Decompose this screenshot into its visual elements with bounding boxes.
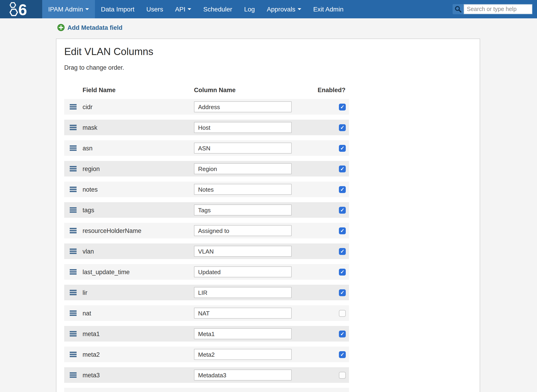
- nav-item-exit-admin[interactable]: Exit Admin: [307, 0, 350, 18]
- column-name-input[interactable]: [194, 184, 292, 195]
- enabled-cell: [292, 124, 349, 131]
- vlan-column-row: [64, 388, 349, 392]
- enabled-checkbox[interactable]: [339, 186, 346, 193]
- enabled-cell: [292, 186, 349, 193]
- drag-handle-icon[interactable]: [70, 228, 77, 229]
- column-name-cell: [194, 184, 292, 195]
- column-name-cell: [194, 163, 292, 174]
- enabled-checkbox[interactable]: [339, 268, 346, 275]
- column-name-input[interactable]: [194, 308, 292, 319]
- enabled-checkbox[interactable]: [339, 103, 346, 110]
- nav-item-ipam-admin[interactable]: IPAM Admin: [42, 0, 95, 18]
- enabled-checkbox[interactable]: [339, 248, 346, 255]
- column-name-cell: [194, 287, 292, 298]
- column-name-input[interactable]: [194, 369, 292, 381]
- enabled-checkbox[interactable]: [339, 227, 346, 234]
- nav-item-approvals[interactable]: Approvals: [261, 0, 307, 18]
- column-name-input[interactable]: [194, 225, 292, 236]
- field-name: tags: [83, 206, 194, 213]
- vlan-column-row: last_update_time: [64, 264, 349, 280]
- drag-handle-icon[interactable]: [70, 269, 77, 271]
- column-name-input[interactable]: [194, 287, 292, 298]
- enabled-checkbox[interactable]: [339, 372, 346, 378]
- drag-handle-icon[interactable]: [70, 207, 77, 209]
- nav-item-api[interactable]: API: [169, 0, 197, 18]
- column-name-input[interactable]: [194, 122, 292, 133]
- field-name: mask: [83, 124, 194, 131]
- nav-item-scheduler[interactable]: Scheduler: [197, 0, 238, 18]
- field-name: meta1: [83, 330, 194, 337]
- brand-logo[interactable]: 6: [0, 0, 42, 18]
- column-name-cell: [194, 308, 292, 319]
- field-name: resourceHolderName: [83, 227, 194, 234]
- enabled-checkbox[interactable]: [339, 124, 346, 131]
- drag-handle-icon[interactable]: [70, 166, 77, 167]
- column-name-input[interactable]: [194, 143, 292, 154]
- vlan-column-row: nat: [64, 305, 349, 321]
- add-metadata-field-link[interactable]: Add Metadata field: [57, 24, 122, 31]
- drag-handle-icon[interactable]: [70, 352, 77, 353]
- column-name-input[interactable]: [194, 349, 292, 360]
- enabled-checkbox[interactable]: [339, 145, 346, 152]
- column-name-input[interactable]: [194, 246, 292, 257]
- drag-handle-icon[interactable]: [70, 145, 77, 147]
- column-name-cell: [194, 349, 292, 360]
- nav-item-label: IPAM Admin: [48, 5, 83, 13]
- vlan-column-row: vlan: [64, 243, 349, 259]
- nav-item-log[interactable]: Log: [238, 0, 261, 18]
- drag-handle-icon[interactable]: [70, 125, 77, 126]
- enabled-checkbox[interactable]: [339, 289, 346, 296]
- nav-item-label: API: [175, 5, 185, 13]
- caret-down-icon: [298, 8, 301, 10]
- header-field-name: Field Name: [83, 87, 116, 93]
- field-name: meta3: [83, 372, 194, 378]
- field-name: cidr: [83, 103, 194, 110]
- column-name-cell: [194, 328, 292, 339]
- edit-vlan-columns-panel: Edit VLAN Columns Drag to change order. …: [56, 38, 480, 392]
- nav-item-label: Log: [244, 5, 255, 13]
- enabled-checkbox[interactable]: [339, 165, 346, 172]
- nav-item-data-import[interactable]: Data Import: [95, 0, 140, 18]
- column-name-input[interactable]: [194, 328, 292, 339]
- vlan-column-row: mask: [64, 120, 349, 135]
- column-name-input[interactable]: [194, 101, 292, 112]
- vlan-column-row: tags: [64, 202, 349, 218]
- field-name: last_update_time: [83, 268, 194, 275]
- column-name-cell: [194, 101, 292, 112]
- page-title: Edit VLAN Columns: [64, 46, 480, 58]
- vlan-column-row: meta3: [64, 367, 349, 383]
- vlan-column-row: lir: [64, 285, 349, 300]
- search-area: [453, 4, 532, 14]
- enabled-checkbox[interactable]: [339, 351, 346, 358]
- column-name-input[interactable]: [194, 163, 292, 174]
- column-name-input[interactable]: [194, 205, 292, 215]
- vlan-column-row: asn: [64, 140, 349, 156]
- plus-circle-icon: [57, 24, 65, 31]
- drag-handle-icon[interactable]: [70, 104, 77, 105]
- nav-item-users[interactable]: Users: [140, 0, 169, 18]
- vlan-column-row: region: [64, 161, 349, 177]
- field-name: region: [83, 165, 194, 172]
- vlan-column-row: meta1: [64, 326, 349, 341]
- drag-handle-icon[interactable]: [70, 187, 77, 188]
- field-name: meta2: [83, 351, 194, 358]
- enabled-cell: [292, 268, 349, 275]
- drag-handle-icon[interactable]: [70, 373, 77, 374]
- search-icon[interactable]: [453, 4, 464, 14]
- enabled-checkbox[interactable]: [339, 206, 346, 213]
- enabled-cell: [292, 289, 349, 296]
- app: 6 IPAM AdminData ImportUsersAPIScheduler…: [0, 0, 537, 392]
- column-name-input[interactable]: [194, 266, 292, 277]
- enabled-checkbox[interactable]: [339, 330, 346, 337]
- drag-handle-icon[interactable]: [70, 311, 77, 312]
- vlan-column-row: meta2: [64, 347, 349, 362]
- drag-handle-icon[interactable]: [70, 331, 77, 332]
- help-search-input[interactable]: [464, 4, 532, 14]
- enabled-checkbox[interactable]: [339, 310, 346, 317]
- drag-handle-icon[interactable]: [70, 290, 77, 291]
- enabled-cell: [292, 227, 349, 234]
- caret-down-icon: [188, 8, 191, 10]
- vlan-columns-list: cidrmaskasnregionnotestagsresourceHolder…: [64, 99, 480, 392]
- drag-handle-icon[interactable]: [70, 249, 77, 250]
- enabled-cell: [292, 165, 349, 172]
